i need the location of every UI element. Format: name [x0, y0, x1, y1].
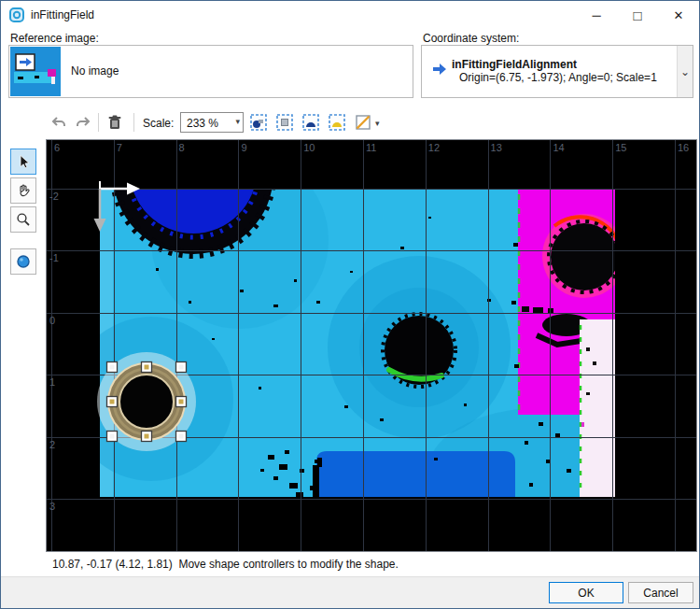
dialog-infittingfield: inFittingField ─ □ ✕ Reference image: No… [0, 0, 700, 609]
chevron-down-icon: ⌄ [680, 65, 690, 78]
image-canvas[interactable]: 678910111213141516-2-10123 [46, 139, 697, 552]
origin-axes-icon [94, 181, 141, 232]
toolbar-separator [133, 113, 134, 132]
close-icon: ✕ [674, 8, 684, 22]
hand-icon [15, 182, 32, 199]
ok-button[interactable]: OK [549, 582, 623, 603]
pan-tool-button[interactable] [10, 177, 36, 204]
scale-combo[interactable]: 233 % ▾ [180, 112, 244, 133]
coordinate-system-label: Coordinate system: [423, 32, 519, 45]
scale-label: Scale: [143, 117, 174, 130]
minimize-button[interactable]: ─ [576, 1, 617, 29]
coordinate-system-details: Origin=(6.75, -1.973); Angle=0; Scale=1 [459, 71, 657, 84]
toolbar-separator [98, 113, 99, 132]
fit-region-button[interactable] [273, 111, 296, 134]
fit-shape-alt-button[interactable] [326, 111, 348, 134]
canvas-toolbar: Scale: 233 % ▾ ▾ [1, 109, 699, 137]
minimize-icon: ─ [592, 8, 600, 22]
reference-thumbnail [10, 47, 61, 96]
redo-button[interactable] [72, 111, 94, 134]
background-fill-button[interactable] [352, 111, 374, 134]
cancel-button[interactable]: Cancel [628, 582, 693, 603]
scale-value: 233 % [187, 117, 218, 130]
coordinate-system-dropdown[interactable]: ⌄ [677, 46, 693, 97]
undo-button[interactable] [48, 111, 70, 134]
coordinate-system-name: inFittingFieldAlignment [452, 58, 577, 71]
title-bar[interactable]: inFittingField ─ □ ✕ [1, 1, 699, 29]
status-bar: 10.87, -0.17 (4.12, 1.81) Move shape con… [52, 558, 399, 571]
redo-icon [75, 114, 91, 131]
trash-icon [106, 114, 123, 131]
reference-image-value: No image [71, 64, 119, 78]
fit-image-button[interactable] [247, 111, 270, 134]
circle-tool-button[interactable] [10, 248, 36, 275]
circle-shape-icon [15, 253, 32, 270]
fit-shape-button[interactable] [300, 111, 322, 134]
select-tool-button[interactable] [10, 149, 36, 175]
cursor-icon [15, 153, 32, 170]
reference-image-label: Reference image: [10, 32, 99, 45]
scale-dropdown-icon: ▾ [235, 117, 240, 126]
window-title: inFittingField [31, 8, 94, 21]
magnifier-icon [15, 211, 32, 228]
close-button[interactable]: ✕ [658, 1, 699, 29]
reference-image-box[interactable]: No image [8, 45, 413, 98]
zoom-tool-button[interactable] [10, 206, 36, 233]
app-icon [9, 7, 24, 22]
dialog-footer: OK Cancel [1, 576, 699, 608]
maximize-icon: □ [633, 7, 641, 23]
maximize-button[interactable]: □ [617, 1, 658, 29]
alignment-arrow-icon [433, 62, 446, 73]
background-fill-dropdown-icon[interactable]: ▾ [375, 119, 380, 128]
shape-overlay[interactable] [47, 140, 697, 552]
coordinate-system-select[interactable]: inFittingFieldAlignment Origin=(6.75, -1… [421, 45, 693, 98]
delete-shape-button[interactable] [104, 111, 126, 134]
undo-icon [50, 114, 67, 131]
